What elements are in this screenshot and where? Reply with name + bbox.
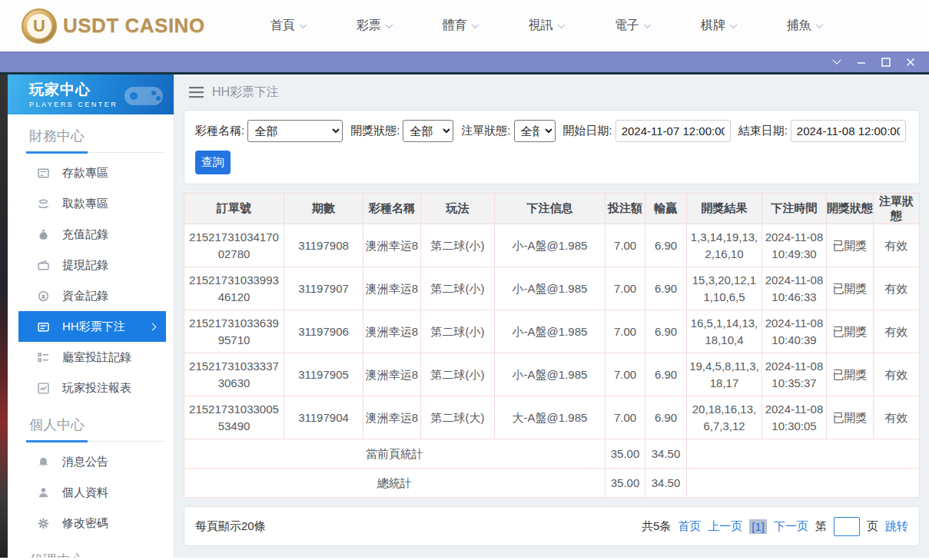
hamburger-icon[interactable] xyxy=(189,87,204,98)
chevron-down-icon xyxy=(815,21,823,28)
table-row: 2152173103300553490 31197904 澳洲幸运8 第二球(大… xyxy=(184,396,920,439)
nav-item-live[interactable]: 視訊 xyxy=(503,0,589,51)
nav-item-cards[interactable]: 棋牌 xyxy=(675,0,761,51)
draw-status-select[interactable]: 全部 xyxy=(403,120,453,142)
end-date-input[interactable] xyxy=(791,120,906,142)
order-status-select[interactable]: 全部 xyxy=(514,120,556,142)
sidebar-item-change-password[interactable]: 修改密碼 xyxy=(8,508,174,538)
page-jump-input[interactable] xyxy=(834,517,860,536)
col-header-lottery: 彩種名稱 xyxy=(363,194,421,224)
top-navigation: U USDT CASINO 首頁 彩票 體育 視訊 電子 棋牌 捕魚 xyxy=(0,0,929,51)
sidebar-item-label: 取款專區 xyxy=(62,197,108,211)
draw-status-label: 開獎狀態: xyxy=(350,124,400,138)
minimize-icon xyxy=(856,57,867,68)
end-date-label: 結束日期: xyxy=(738,124,788,138)
cell-bet-info: 大-A盤@1.985 xyxy=(495,396,606,439)
sidebar-item-funds-record[interactable]: 資金記錄 xyxy=(8,280,174,311)
sidebar-item-announcements[interactable]: 消息公告 xyxy=(8,446,174,477)
filter-panel: 彩種名稱: 全部 開獎狀態: 全部 注單狀態: 全部 開始日期: 結束日期: 查… xyxy=(184,110,920,184)
summary-label: 當前頁統計 xyxy=(184,439,606,469)
cell-draw-result: 15,3,20,12,11,10,6,5 xyxy=(687,267,762,310)
section-title-agent: 代理中心 xyxy=(8,538,174,558)
cell-lottery: 澳洲幸运8 xyxy=(363,224,421,267)
summary-label: 總統計 xyxy=(184,469,606,498)
table-row: 2152173103333730630 31197905 澳洲幸运8 第二球(小… xyxy=(184,353,920,396)
col-header-period: 期數 xyxy=(284,194,363,224)
total-summary-row: 總統計 35.00 34.50 xyxy=(184,469,920,498)
sidebar-item-label: 修改密碼 xyxy=(62,516,108,531)
bets-table: 訂單號 期數 彩種名稱 玩法 下注信息 投注額 輸贏 開獎結果 下注時間 開獎狀… xyxy=(184,193,920,498)
withdraw-icon xyxy=(37,197,50,210)
nav-item-label: 捕魚 xyxy=(787,18,811,34)
cell-bet-time: 2024-11-08 10:35:37 xyxy=(762,353,827,396)
cell-order-status: 有效 xyxy=(874,224,920,267)
nav-item-lottery[interactable]: 彩票 xyxy=(331,0,417,51)
prev-page-link[interactable]: 上一页 xyxy=(708,519,742,534)
window-maximize-button[interactable] xyxy=(874,51,898,74)
window-dropdown-button[interactable] xyxy=(824,51,849,74)
desktop-background-strip xyxy=(0,75,8,558)
search-button[interactable]: 查詢 xyxy=(195,151,231,174)
window-minimize-button[interactable] xyxy=(849,51,874,74)
nav-item-label: 體育 xyxy=(443,18,467,34)
cell-lottery: 澳洲幸运8 xyxy=(363,396,421,439)
sidebar-item-profile[interactable]: 個人資料 xyxy=(8,477,174,508)
gamepad-icon xyxy=(121,81,166,110)
sidebar-item-room-bet-record[interactable]: 廳室投註記錄 xyxy=(8,342,174,373)
window-titlebar xyxy=(0,51,929,75)
cell-draw-result: 16,5,1,14,13,18,10,4 xyxy=(687,310,762,353)
col-header-bet-amount: 投注額 xyxy=(606,194,645,224)
start-date-input[interactable] xyxy=(615,120,731,142)
sidebar-item-withdrawal-record[interactable]: 提現記錄 xyxy=(8,250,174,280)
window-close-button[interactable] xyxy=(898,51,923,74)
nav-item-slots[interactable]: 電子 xyxy=(589,0,675,51)
page-summary-row: 當前頁統計 35.00 34.50 xyxy=(184,439,920,469)
sidebar-item-recharge-record[interactable]: 充值記錄 xyxy=(8,219,174,250)
nav-item-label: 首頁 xyxy=(270,18,295,34)
cell-order-status: 有效 xyxy=(874,310,920,353)
cell-playtype: 第二球(小) xyxy=(421,224,495,267)
coin-icon xyxy=(37,290,50,303)
section-divider xyxy=(26,152,164,153)
cell-period: 31197904 xyxy=(284,396,363,439)
cell-order-no: 2152173103333730630 xyxy=(184,353,284,396)
sidebar-item-withdraw[interactable]: 取款專區 xyxy=(8,188,174,219)
wallet-icon xyxy=(37,259,50,272)
col-header-order-status: 注單狀態 xyxy=(874,194,920,224)
sidebar-item-label: 個人資料 xyxy=(62,485,108,500)
summary-winloss: 34.50 xyxy=(645,469,687,498)
list-icon xyxy=(37,351,50,364)
jump-button[interactable]: 跳转 xyxy=(885,519,908,534)
sidebar-item-player-bet-report[interactable]: 玩家投注報表 xyxy=(8,373,174,403)
first-page-link[interactable]: 首页 xyxy=(678,519,701,534)
cell-period: 31197906 xyxy=(284,310,363,353)
cell-period: 31197907 xyxy=(284,267,363,310)
summary-bet-amount: 35.00 xyxy=(606,439,645,469)
next-page-link[interactable]: 下一页 xyxy=(774,519,808,534)
cell-period: 31197908 xyxy=(284,224,363,267)
col-header-order-no: 訂單號 xyxy=(184,194,284,224)
cell-order-status: 有效 xyxy=(874,396,920,439)
brand-logo[interactable]: U USDT CASINO xyxy=(22,8,205,44)
nav-item-sports[interactable]: 體育 xyxy=(417,0,503,51)
cell-draw-status: 已開獎 xyxy=(827,310,874,353)
sidebar-item-label: 充值記錄 xyxy=(62,227,108,242)
nav-item-home[interactable]: 首頁 xyxy=(245,0,331,51)
sidebar-item-deposit[interactable]: 存款專區 xyxy=(8,157,174,188)
section-divider xyxy=(26,441,164,442)
lottery-name-select[interactable]: 全部 xyxy=(247,120,343,142)
jump-prefix-text: 第 xyxy=(815,519,827,534)
nav-item-fishing[interactable]: 捕魚 xyxy=(761,0,848,51)
cell-winloss: 6.90 xyxy=(645,396,687,439)
summary-bet-amount: 35.00 xyxy=(606,469,645,498)
cell-playtype: 第二球(小) xyxy=(421,353,495,396)
breadcrumb: HH彩票下注 xyxy=(184,75,920,110)
current-page-indicator[interactable]: [1] xyxy=(749,519,767,534)
cell-winloss: 6.90 xyxy=(645,310,687,353)
cell-draw-result: 19,4,5,8,11,3,18,17 xyxy=(687,353,762,396)
sidebar-item-hh-lottery-bets[interactable]: HH彩票下注 xyxy=(18,311,166,342)
col-header-playtype: 玩法 xyxy=(421,194,495,224)
col-header-draw-result: 開獎結果 xyxy=(687,194,762,224)
jump-suffix-text: 页 xyxy=(867,519,878,534)
cell-bet-info: 小-A盤@1.985 xyxy=(495,267,606,310)
